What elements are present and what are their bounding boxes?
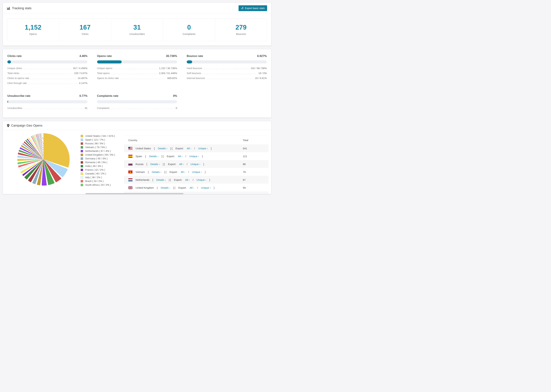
us-flag-icon [128,147,133,150]
progress-bar-track [7,100,87,103]
rate-panel-header: Unsubscribe rate0.77% [7,94,87,98]
rate-row: Unique clicks167 / 4.456% [7,67,87,72]
table-row: Russia [Details ›] [Export: All › / Uniq… [124,160,268,168]
export-unique-link[interactable]: Unique › [192,170,202,173]
rate-row-value: 0 [176,107,177,109]
legend-item: France ( 42 / 2% ) [81,168,115,171]
rate-row: Unique opens1,152 / 30.736% [97,67,177,72]
export-unique-link[interactable]: Unique › [189,155,199,158]
rate-panel-header: Opens rate30.736% [97,54,177,58]
table-row: United States [Details ›] [Export: All ›… [124,144,268,152]
legend-item: United States ( 541 / 31% ) [81,135,115,137]
legend-item: Romania ( 49 / 3% ) [81,161,115,164]
legend-swatch [81,169,83,171]
legend-item: Vietnam ( 79 / 5% ) [81,146,115,149]
rate-row-value: 220 / 5.87% [74,72,87,75]
bracket: ] [ [169,178,171,181]
country-cell: United States [Details ›] [Export: All ›… [128,147,243,150]
export-all-link[interactable]: All › [179,163,184,166]
export-icon [241,7,243,10]
rate-row-value: 2,303 / 61.446% [159,72,177,75]
country-cell-wrap: Netherlands [Details ›] [Export: All › /… [124,176,243,184]
progress-bar-fill [7,60,11,63]
stat-label: Complaints [163,33,215,35]
geo-title-text: Campaign Geo Opens [11,124,42,127]
export-all-link[interactable]: All › [178,155,182,158]
country-cell-wrap: Vietnam [Details ›] [Export: All › / Uni… [124,168,243,176]
export-unique-link[interactable]: Unique › [198,147,208,150]
rate-row: Opens to clicks rate689.82% [97,77,177,82]
progress-bar-fill [97,60,122,63]
stat-label: Clicks [59,33,111,35]
details-link[interactable]: Details › [152,170,161,173]
legend-label: Romania ( 49 / 3% ) [85,161,107,164]
total-value [243,192,268,194]
legend-label: Brazil ( 33 / 2% ) [85,180,104,182]
stat-label: Bounces [215,33,267,35]
export-unique-link[interactable]: Unique › [191,163,200,166]
legend-swatch [81,142,83,145]
legend-item: India ( 46 / 3% ) [81,165,115,168]
bracket: ] [ [162,155,164,158]
summary-stats: 1,152Opens167Clicks31Unsubscribes0Compla… [7,19,267,41]
rate-percent: 0.77% [79,94,87,98]
rate-rows: Hard bounces242 / 86.738%Soft bounces18 … [187,67,267,82]
dotted-leader [21,74,73,74]
rate-row: Clicks to opens rate14.497% [7,77,87,82]
details-link[interactable]: Details › [156,178,166,181]
legend-label: Italy ( 36 / 2% ) [85,176,102,179]
rate-panel: Complaints rate0%Complaints0 [97,94,177,112]
bracket: ] [211,147,212,150]
export-basic-stats-button[interactable]: Export basic stats [239,5,267,11]
export-unique-link[interactable]: Unique › [201,186,211,189]
legend-swatch [81,150,83,152]
export-all-link[interactable]: All › [190,186,194,189]
slash: / [187,163,187,166]
legend-label: Germany ( 55 / 3% ) [85,157,108,160]
horizontal-scrollbar-thumb[interactable] [85,193,184,194]
stat-value: 167 [59,24,111,31]
details-link[interactable]: Details › [150,163,160,166]
stat-value: 31 [111,24,163,31]
rate-row: Click through rate4.147% [7,82,87,87]
stat-label: Unsubscribes [111,33,163,35]
rate-row-label: Soft bounces [187,72,201,75]
bracket: [ [145,155,146,158]
nl-flag-icon [128,178,133,181]
rate-row: Complaints0 [97,107,177,112]
export-all-link[interactable]: All › [185,178,190,181]
stat-cell: 279Bounces [215,19,267,41]
export-all-link[interactable]: All › [187,147,191,150]
tracking-stats-card: Tracking stats Export basic stats 1,152O… [3,3,271,46]
page-title: Tracking stats [7,7,31,10]
bracket: [ [154,147,155,150]
export-unique-link[interactable]: Unique › [197,178,206,181]
details-link[interactable]: Details › [158,147,167,150]
slash: / [194,147,195,150]
export-prefix: Export: [174,178,182,181]
rate-title: Opens rate [97,54,112,58]
legend-swatch [81,154,83,156]
legend-swatch [81,146,83,149]
rate-percent: 0% [173,94,177,98]
export-all-link[interactable]: All › [181,170,185,173]
rate-row-label: Total clicks [7,72,19,75]
bracket: ] [205,170,205,173]
legend-item: Spain ( 121 / 7% ) [81,138,115,141]
country-column-header: Country [124,136,243,144]
rate-panel-header: Complaints rate0% [97,94,177,98]
total-value: 59 [243,184,268,192]
page: Tracking stats Export basic stats 1,152O… [3,3,271,194]
bracket: ] [ [164,170,167,173]
bracket: ] [203,163,204,166]
rate-panel-header: Bounce rate6.927% [187,54,267,58]
details-link[interactable]: Details › [149,155,158,158]
progress-bar-fill [187,60,192,63]
pie-legend: United States ( 541 / 31% )Spain ( 121 /… [81,135,115,187]
dotted-leader [203,74,257,74]
stat-cell: 0Complaints [163,19,215,41]
geo-title: Campaign Geo Opens [7,124,42,127]
bracket: [ [147,163,147,166]
rate-row: Internal bounces19 / 6.81% [187,77,267,82]
details-link[interactable]: Details › [161,186,170,189]
